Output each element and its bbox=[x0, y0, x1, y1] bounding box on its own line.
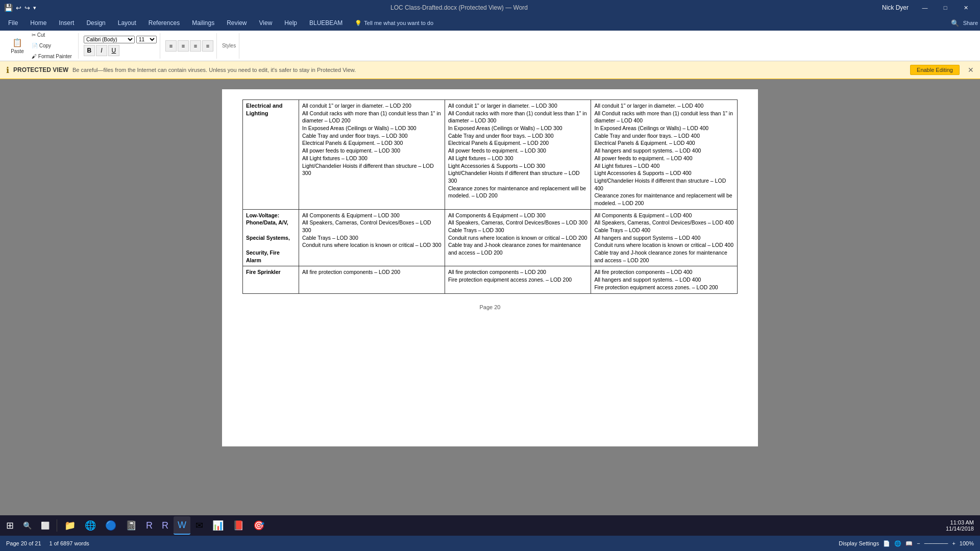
minimize-button[interactable]: — bbox=[915, 0, 935, 15]
protected-view-text: Be careful—files from the Internet can c… bbox=[72, 67, 356, 73]
start-button[interactable]: ⊞ bbox=[2, 516, 18, 535]
ribbon-commands: 📋Paste ✂ Cut 📄 Copy 🖌 Format Painter Cal… bbox=[0, 31, 980, 61]
page-status: Page 20 of 21 bbox=[6, 540, 41, 546]
layout-web-icon[interactable]: 🌐 bbox=[894, 540, 901, 547]
search-icon[interactable]: 🔍 bbox=[951, 19, 959, 27]
acrobat-button[interactable]: 🎯 bbox=[249, 516, 268, 535]
tab-file[interactable]: File bbox=[2, 15, 24, 31]
status-bar-right: Display Settings 📄 🌐 📖 − ────── + 100% bbox=[839, 540, 974, 547]
share-label[interactable]: Share bbox=[963, 20, 978, 26]
category-cell: Low-Voltage: Phone/Data, A/V,Special Sys… bbox=[243, 209, 299, 266]
title-bar: 💾 ↩ ↪ ▾ LOC Class-Drafted.docx (Protecte… bbox=[0, 0, 980, 15]
tab-insert[interactable]: Insert bbox=[53, 15, 80, 31]
cut-button[interactable]: ✂ Cut bbox=[29, 30, 75, 40]
revit-button[interactable]: R bbox=[142, 516, 157, 535]
quick-access-save[interactable]: ▾ bbox=[33, 5, 36, 11]
font-group: Calibri (Body) 11 B I U bbox=[81, 33, 160, 59]
status-bar: Page 20 of 21 1 of 6897 words Display Se… bbox=[0, 536, 980, 551]
styles-group: Styles bbox=[219, 33, 239, 59]
align-center-button[interactable]: ≡ bbox=[178, 40, 189, 52]
tell-me-label: Tell me what you want to do bbox=[364, 20, 433, 26]
layout-read-icon[interactable]: 📖 bbox=[905, 540, 913, 547]
display-settings-button[interactable]: Display Settings bbox=[839, 540, 879, 546]
col3-cell: All fire protection components – LOD 400… bbox=[591, 266, 738, 293]
word-button[interactable]: W bbox=[174, 516, 190, 535]
font-size-select[interactable]: 11 bbox=[136, 36, 157, 43]
quick-access-undo[interactable]: ↩ bbox=[16, 4, 21, 12]
col1-cell: All conduit 1" or larger in diameter. – … bbox=[299, 100, 445, 210]
window-title: LOC Class-Drafted.docx (Protected View) … bbox=[390, 4, 528, 11]
page-number: Page 20 bbox=[242, 304, 738, 310]
tab-design[interactable]: Design bbox=[80, 15, 111, 31]
window-controls: — □ ✕ bbox=[915, 0, 976, 15]
col2-cell: All conduit 1" or larger in diameter. – … bbox=[445, 100, 591, 210]
title-bar-right: Nick Dyer — □ ✕ bbox=[882, 0, 976, 15]
document-area: Electrical and Lighting All conduit 1" o… bbox=[0, 79, 980, 551]
onenote-button[interactable]: 📓 bbox=[121, 516, 141, 535]
copy-button[interactable]: 📄 Copy bbox=[29, 41, 75, 51]
search-area: 🔍 Share bbox=[951, 19, 978, 27]
close-button[interactable]: ✕ bbox=[955, 0, 976, 15]
warning-icon: ℹ bbox=[6, 65, 9, 75]
word-count-status: 1 of 6897 words bbox=[50, 540, 89, 546]
protected-view-label: PROTECTED VIEW bbox=[13, 66, 68, 73]
layout-print-icon[interactable]: 📄 bbox=[883, 540, 890, 547]
italic-button[interactable]: I bbox=[96, 45, 107, 56]
title-bar-left: 💾 ↩ ↪ ▾ bbox=[4, 4, 36, 12]
category-cell: Fire Sprinkler bbox=[243, 266, 299, 293]
tab-mailings[interactable]: Mailings bbox=[186, 15, 220, 31]
protected-view-banner: ℹ PROTECTED VIEW Be careful—files from t… bbox=[0, 61, 980, 79]
tab-references[interactable]: References bbox=[142, 15, 186, 31]
enable-editing-button[interactable]: Enable Editing bbox=[910, 65, 960, 75]
revit2-button[interactable]: R bbox=[158, 516, 173, 535]
lightbulb-icon: 💡 bbox=[355, 20, 362, 27]
system-clock: 11:03 AM11/14/2018 bbox=[942, 519, 978, 532]
clipboard-group: 📋Paste ✂ Cut 📄 Copy 🖌 Format Painter bbox=[4, 33, 79, 59]
justify-button[interactable]: ≡ bbox=[202, 40, 213, 52]
format-painter-button[interactable]: 🖌 Format Painter bbox=[29, 52, 75, 61]
paste-button[interactable]: 📋Paste bbox=[7, 36, 28, 56]
font-family-select[interactable]: Calibri (Body) bbox=[84, 36, 135, 43]
table-row: Fire Sprinkler All fire protection compo… bbox=[243, 266, 738, 293]
tab-view[interactable]: View bbox=[253, 15, 279, 31]
maximize-button[interactable]: □ bbox=[935, 0, 955, 15]
taskbar-btn-blue[interactable]: 🔵 bbox=[101, 516, 120, 535]
content-table: Electrical and Lighting All conduit 1" o… bbox=[242, 99, 738, 294]
app-icon: 💾 bbox=[4, 4, 13, 12]
zoom-in-button[interactable]: + bbox=[952, 540, 955, 546]
quick-access-redo[interactable]: ↪ bbox=[24, 4, 30, 12]
tab-home[interactable]: Home bbox=[24, 15, 53, 31]
tab-layout[interactable]: Layout bbox=[112, 15, 142, 31]
col2-cell: All fire protection components – LOD 200… bbox=[445, 266, 591, 293]
taskbar-separator bbox=[57, 519, 57, 532]
search-taskbar-button[interactable]: 🔍 bbox=[19, 516, 36, 535]
taskbar: ⊞ 🔍 ⬜ 📁 🌐 🔵 📓 R R W ✉ 📊 📕 🎯 11:03 AM11/1… bbox=[0, 515, 980, 536]
bold-button[interactable]: B bbox=[84, 45, 95, 56]
excel-button[interactable]: 📊 bbox=[208, 516, 228, 535]
outlook-button[interactable]: ✉ bbox=[191, 516, 207, 535]
col1-cell: All Components & Equipment – LOD 300 All… bbox=[299, 209, 445, 266]
underline-button[interactable]: U bbox=[108, 45, 119, 56]
powerpoint-button[interactable]: 📕 bbox=[229, 516, 248, 535]
user-name: Nick Dyer bbox=[882, 4, 909, 11]
task-view-button[interactable]: ⬜ bbox=[37, 516, 54, 535]
banner-close-icon[interactable]: ✕ bbox=[968, 66, 974, 74]
align-left-button[interactable]: ≡ bbox=[165, 40, 177, 52]
tab-bluebeam[interactable]: BLUEBEAM bbox=[303, 15, 349, 31]
align-right-button[interactable]: ≡ bbox=[190, 40, 201, 52]
tab-review[interactable]: Review bbox=[220, 15, 253, 31]
table-row: Low-Voltage: Phone/Data, A/V,Special Sys… bbox=[243, 209, 738, 266]
file-explorer-button[interactable]: 📁 bbox=[60, 516, 80, 535]
tab-help[interactable]: Help bbox=[278, 15, 303, 31]
col3-cell: All conduit 1" or larger in diameter. – … bbox=[591, 100, 738, 210]
browser-button[interactable]: 🌐 bbox=[81, 516, 100, 535]
category-cell: Electrical and Lighting bbox=[243, 100, 299, 210]
zoom-slider[interactable]: ────── bbox=[924, 540, 948, 546]
zoom-level: 100% bbox=[960, 540, 974, 546]
zoom-out-button[interactable]: − bbox=[917, 540, 920, 546]
styles-label: Styles bbox=[222, 43, 236, 48]
document-page: Electrical and Lighting All conduit 1" o… bbox=[222, 89, 758, 446]
tell-me-area[interactable]: 💡 Tell me what you want to do bbox=[355, 20, 433, 27]
col3-cell: All Components & Equipment – LOD 400 All… bbox=[591, 209, 738, 266]
table-row: Electrical and Lighting All conduit 1" o… bbox=[243, 100, 738, 210]
